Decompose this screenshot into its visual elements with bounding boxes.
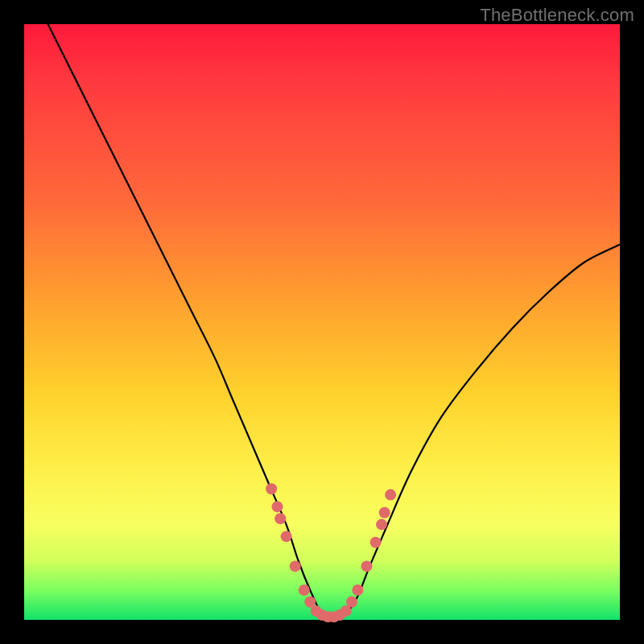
highlight-dot — [361, 560, 373, 572]
bottleneck-curve — [48, 24, 620, 620]
highlight-dot — [299, 584, 310, 596]
highlight-dot — [352, 584, 363, 596]
highlight-dot — [376, 519, 387, 530]
highlight-dot — [370, 537, 382, 548]
highlight-dot — [290, 560, 301, 572]
highlight-dot — [275, 513, 286, 524]
watermark-label: TheBottleneck.com — [480, 5, 634, 26]
chart-frame: TheBottleneck.com — [0, 0, 644, 644]
highlight-dot — [346, 597, 357, 608]
plot-area — [24, 24, 620, 620]
highlight-dots — [266, 483, 396, 622]
highlight-dot — [266, 483, 277, 494]
highlight-dot — [281, 530, 292, 542]
highlight-dot — [379, 507, 390, 518]
highlight-dot — [385, 489, 396, 501]
highlight-dot — [272, 501, 283, 512]
curve-svg — [24, 24, 620, 620]
